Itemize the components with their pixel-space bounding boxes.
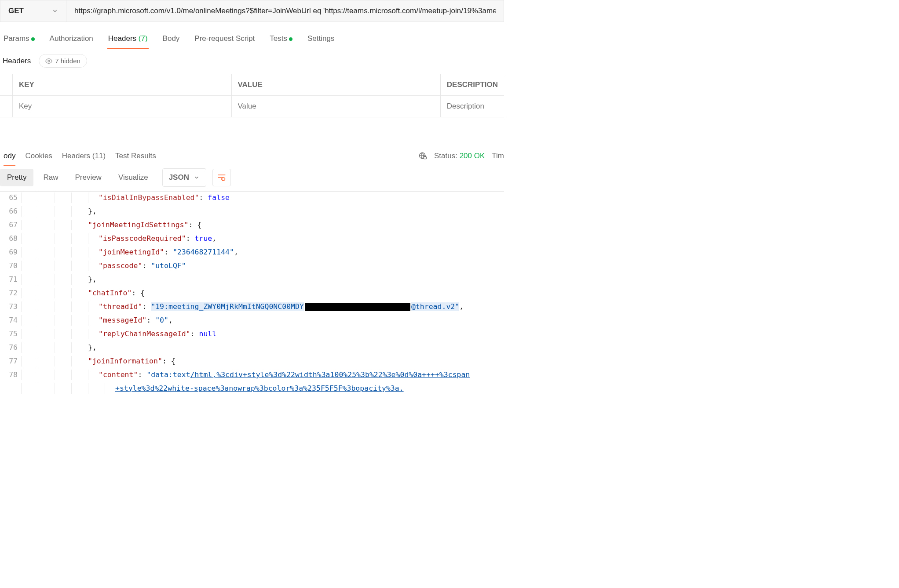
json-value-link[interactable]: /html,%3cdiv+style%3d%22width%3a100%25%3… bbox=[190, 370, 470, 379]
json-key: "threadId" bbox=[99, 302, 142, 311]
line-number: 69 bbox=[0, 247, 21, 258]
hidden-headers-text: 7 hidden bbox=[55, 57, 80, 65]
view-visualize[interactable]: Visualize bbox=[111, 169, 155, 186]
json-value-link[interactable]: +style%3d%22white-space%3anowrap%3bcolor… bbox=[115, 384, 404, 392]
view-raw[interactable]: Raw bbox=[36, 169, 65, 186]
wrap-lines-button[interactable] bbox=[212, 169, 231, 186]
hidden-headers-pill[interactable]: 7 hidden bbox=[39, 54, 87, 68]
globe-lock-icon[interactable] bbox=[418, 152, 427, 160]
tab-resp-cookies[interactable]: Cookies bbox=[25, 148, 52, 164]
tab-resp-testresults[interactable]: Test Results bbox=[115, 148, 156, 164]
response-area: ody Cookies Headers (11) Test Results St… bbox=[0, 145, 504, 397]
response-body-code[interactable]: 65"isDialInBypassEnabled": false 66}, 67… bbox=[0, 192, 504, 397]
json-key: "chatInfo" bbox=[88, 289, 132, 297]
desc-input[interactable] bbox=[447, 102, 498, 111]
chevron-down-icon bbox=[194, 174, 200, 181]
json-key: "isDialInBypassEnabled" bbox=[99, 193, 199, 202]
request-tabs: Params Authorization Headers (7) Body Pr… bbox=[0, 30, 504, 48]
headers-table: KEY VALUE DESCRIPTION bbox=[0, 74, 504, 117]
params-indicator-dot bbox=[31, 37, 35, 41]
tab-tests-label: Tests bbox=[270, 34, 287, 43]
tab-settings[interactable]: Settings bbox=[307, 30, 335, 47]
http-method-label: GET bbox=[8, 7, 24, 15]
line-number: 70 bbox=[0, 261, 21, 271]
response-tabs-row: ody Cookies Headers (11) Test Results St… bbox=[0, 145, 504, 164]
tab-resp-headers[interactable]: Headers (11) bbox=[62, 148, 106, 164]
checkbox-header bbox=[0, 74, 13, 96]
json-key: "messageId" bbox=[99, 316, 146, 324]
json-key: "passcode" bbox=[99, 261, 142, 270]
tab-params[interactable]: Params bbox=[3, 30, 36, 47]
redacted-block bbox=[305, 303, 410, 311]
row-checkbox-cell[interactable] bbox=[0, 96, 13, 117]
eye-icon bbox=[45, 58, 52, 65]
status-label: Status: bbox=[434, 152, 457, 160]
key-column-header: KEY bbox=[13, 74, 232, 96]
json-key: "joinMeetingId" bbox=[99, 248, 164, 256]
json-brace: }, bbox=[88, 343, 97, 352]
request-url-input[interactable] bbox=[66, 0, 504, 22]
tab-headers-label: Headers bbox=[108, 34, 136, 43]
line-number: 75 bbox=[0, 329, 21, 339]
request-bar: GET bbox=[0, 0, 504, 22]
line-number: 76 bbox=[0, 342, 21, 353]
format-select[interactable]: JSON bbox=[162, 168, 206, 187]
tab-headers[interactable]: Headers (7) bbox=[107, 30, 149, 47]
time-label: Tim bbox=[492, 152, 504, 160]
json-value: null bbox=[199, 330, 217, 338]
json-value: "utoLQF" bbox=[151, 261, 186, 270]
json-brace: }, bbox=[88, 275, 97, 283]
json-value: "236468271144" bbox=[173, 248, 234, 256]
json-value: "0" bbox=[155, 316, 168, 324]
line-number: 73 bbox=[0, 301, 21, 312]
response-status-area: Status: 200 OK Tim bbox=[418, 152, 504, 160]
json-key: "isPasscodeRequired" bbox=[99, 234, 186, 243]
tab-prerequest[interactable]: Pre-request Script bbox=[194, 30, 256, 47]
resp-headers-label: Headers bbox=[62, 152, 90, 160]
line-number: 68 bbox=[0, 233, 21, 244]
tab-tests[interactable]: Tests bbox=[269, 30, 293, 47]
line-number: 71 bbox=[0, 274, 21, 285]
response-tabs: ody Cookies Headers (11) Test Results bbox=[0, 148, 156, 164]
headers-count: (7) bbox=[139, 34, 148, 43]
tests-indicator-dot bbox=[289, 37, 292, 41]
json-value: true bbox=[195, 234, 212, 243]
json-key: "replyChainMessageId" bbox=[99, 330, 190, 338]
line-number: 67 bbox=[0, 220, 21, 230]
json-key: "joinMeetingIdSettings" bbox=[88, 221, 188, 229]
line-number: 77 bbox=[0, 356, 21, 367]
desc-column-header: DESCRIPTION bbox=[440, 74, 504, 96]
line-number: 72 bbox=[0, 288, 21, 298]
svg-point-0 bbox=[48, 60, 50, 62]
json-value: false bbox=[208, 193, 230, 202]
http-method-select[interactable]: GET bbox=[0, 0, 66, 22]
format-label: JSON bbox=[169, 173, 189, 182]
tab-authorization[interactable]: Authorization bbox=[49, 30, 94, 47]
tab-params-label: Params bbox=[4, 34, 29, 43]
json-value-part: "19:meeting_ZWY0MjRkMmItNGQ0NC00MDY bbox=[151, 302, 304, 311]
json-value-part: "data:text bbox=[146, 370, 190, 379]
value-input[interactable] bbox=[238, 102, 434, 111]
value-column-header: VALUE bbox=[231, 74, 440, 96]
json-value-part: @thread.v2" bbox=[411, 302, 459, 311]
status-value: 200 OK bbox=[460, 152, 485, 160]
line-number: 78 bbox=[0, 370, 21, 380]
table-row bbox=[0, 96, 504, 117]
view-preview[interactable]: Preview bbox=[68, 169, 108, 186]
line-number: 65 bbox=[0, 192, 21, 203]
line-number: 74 bbox=[0, 315, 21, 326]
headers-section-label: Headers bbox=[3, 57, 31, 65]
view-mode-row: Pretty Raw Preview Visualize JSON bbox=[0, 164, 504, 192]
line-number: 66 bbox=[0, 206, 21, 217]
tab-resp-body[interactable]: ody bbox=[4, 148, 15, 164]
svg-rect-2 bbox=[424, 157, 426, 159]
chevron-down-icon bbox=[52, 8, 58, 14]
headers-section-row: Headers 7 hidden bbox=[0, 48, 504, 74]
json-brace: }, bbox=[88, 207, 97, 215]
view-pretty[interactable]: Pretty bbox=[0, 169, 33, 186]
tab-body[interactable]: Body bbox=[162, 30, 181, 47]
key-input[interactable] bbox=[19, 102, 225, 111]
json-key: "joinInformation" bbox=[88, 357, 162, 365]
resp-headers-count: (11) bbox=[92, 152, 106, 160]
wrap-icon bbox=[217, 174, 226, 181]
